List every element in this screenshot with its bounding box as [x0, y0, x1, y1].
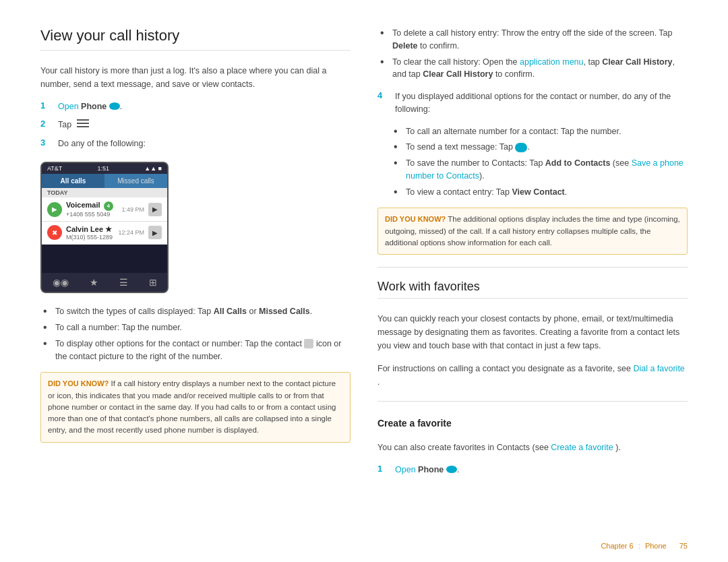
step-1-number: 1 — [40, 100, 51, 111]
toolbar-contacts[interactable]: ⊞ — [149, 277, 157, 288]
calvin-info: Calvin Lee ★ M(310) 555-1289 — [66, 225, 114, 241]
did-you-know-left: DID YOU KNOW? If a call history entry di… — [40, 372, 351, 442]
create-favorite-title: Create a favorite — [377, 418, 688, 429]
app-menu-link[interactable]: application menu — [520, 57, 584, 67]
contact-icon-inline — [304, 339, 313, 348]
left-column: View your call history Your call history… — [40, 27, 351, 535]
calvin-arrow: ▶ — [148, 226, 162, 239]
step-4: 4 If you displayed additional options fo… — [377, 90, 688, 116]
left-section-title: View your call history — [40, 27, 351, 51]
svg-rect-0 — [77, 119, 89, 121]
create-fav-step1-num: 1 — [377, 464, 388, 474]
today-header: TODAY — [42, 188, 167, 197]
step-1-text: Open Phone . — [58, 100, 122, 113]
bullet-view-contact: • To view a contact entry: Tap View Cont… — [394, 186, 688, 199]
create-fav-step1: 1 Open Phone . — [377, 464, 688, 476]
divider-favorites — [377, 401, 688, 402]
right-top-bullets: • To delete a call history entry: Throw … — [377, 27, 688, 81]
voicemail-info: Voicemail 4 +1408 555 5049 — [66, 201, 117, 218]
missed-call-icon: ✖ — [47, 225, 62, 240]
voicemail-row: ▶ Voicemail 4 +1408 555 5049 1:49 PM ▶ — [42, 197, 167, 222]
footer-page: 75 — [679, 542, 688, 550]
step-2: 2 Tap — [40, 119, 351, 132]
calvin-name: Calvin Lee ★ — [66, 225, 114, 234]
step-4-text: If you displayed additional options for … — [395, 90, 688, 116]
voicemail-num: +1408 555 5049 — [66, 211, 117, 218]
step-1-open-link[interactable]: Open — [58, 102, 79, 111]
footer-section: Phone — [645, 542, 667, 550]
all-calls-tab[interactable]: All calls — [42, 174, 104, 188]
voicemail-arrow: ▶ — [148, 203, 162, 216]
missed-calls-tab[interactable]: Missed calls — [104, 174, 167, 188]
call-badge: 4 — [104, 201, 113, 211]
bullet-clear: • To clear the call history: Open the ap… — [380, 56, 688, 82]
voicemail-icon: ▶ — [47, 202, 62, 217]
phone-tabs: All calls Missed calls — [42, 174, 167, 188]
svg-rect-2 — [77, 126, 89, 127]
step-3-text: Do any of the following: — [58, 137, 146, 150]
phone-icon-create-fav — [446, 466, 457, 473]
carrier-text: AT&T — [47, 165, 62, 172]
create-favorite-intro: You can also create favorites in Contact… — [377, 441, 688, 454]
create-fav-open-link[interactable]: Open — [395, 465, 416, 474]
dial-favorite-link[interactable]: Dial a favorite — [633, 364, 684, 373]
bullet-call: • To call a number: Tap the number. — [43, 321, 351, 334]
bullet-delete: • To delete a call history entry: Throw … — [380, 27, 688, 53]
phone-status-bar: AT&T 1:51 ▲▲ ■ — [42, 163, 167, 174]
create-fav-step1-text: Open Phone . — [395, 464, 459, 476]
step-3: 3 Do any of the following: — [40, 137, 351, 150]
calvin-row: ✖ Calvin Lee ★ M(310) 555-1289 12:24 PM … — [42, 222, 167, 245]
bullet-options: • To display other options for the conta… — [43, 338, 351, 363]
bullet-save-contact: • To save the number to Contacts: Tap Ad… — [394, 157, 688, 183]
dyk-label-left: DID YOU KNOW? — [48, 379, 109, 387]
calvin-num: M(310) 555-1289 — [66, 234, 114, 241]
favorites-para2: For instructions on calling a contact yo… — [377, 362, 688, 389]
voicemail-time: 1:49 PM — [121, 206, 144, 213]
left-intro: Your call history is more than just a lo… — [40, 64, 351, 91]
svg-rect-1 — [77, 123, 89, 124]
phone-icon-step1 — [109, 102, 120, 110]
step4-bullets: • To call an alternate number for a cont… — [377, 125, 688, 199]
step-2-text: Tap — [58, 119, 89, 132]
step-2-number: 2 — [40, 119, 51, 129]
footer-separator: : — [638, 542, 642, 550]
divider-right — [377, 267, 688, 268]
bullet-alt-num: • To call an alternate number for a cont… — [394, 125, 688, 138]
bullets-after-screenshot: • To switch the types of calls displayed… — [40, 305, 351, 363]
favorites-intro: You can quickly reach your closest conta… — [377, 312, 688, 352]
page-footer: Chapter 6 : Phone 75 — [601, 542, 688, 550]
step-4-number: 4 — [377, 90, 388, 100]
phone-screenshot: AT&T 1:51 ▲▲ ■ All calls Missed calls TO… — [40, 162, 169, 293]
step-1: 1 Open Phone . — [40, 100, 351, 113]
did-you-know-right-top: DID YOU KNOW? The additional options dis… — [377, 208, 688, 255]
sms-icon-inline — [515, 143, 527, 152]
nav-icon — [77, 119, 89, 132]
create-favorite-link[interactable]: Create a favorite — [551, 443, 613, 452]
voicemail-name: Voicemail 4 — [66, 201, 117, 211]
toolbar-recents[interactable]: ☰ — [119, 277, 128, 288]
steps-list: 1 Open Phone . 2 Tap — [40, 100, 351, 150]
step-3-number: 3 — [40, 137, 51, 148]
toolbar-favorites[interactable]: ★ — [90, 277, 98, 288]
bullet-text-msg: • To send a text message: Tap . — [394, 141, 688, 154]
right-column: • To delete a call history entry: Throw … — [377, 27, 688, 535]
signal-icons: ▲▲ ■ — [144, 165, 162, 172]
dyk-text-left: If a call history entry displays a numbe… — [48, 379, 336, 434]
toolbar-voicemail[interactable]: ◉◉ — [53, 277, 69, 288]
phone-toolbar: ◉◉ ★ ☰ ⊞ — [42, 273, 167, 292]
time-text: 1:51 — [98, 165, 110, 172]
bullet-switch: • To switch the types of calls displayed… — [43, 305, 351, 318]
footer-chapter: Chapter 6 — [601, 542, 633, 550]
calvin-time: 12:24 PM — [118, 229, 144, 236]
favorites-title: Work with favorites — [377, 280, 688, 299]
dyk2-label: DID YOU KNOW? — [385, 215, 446, 223]
